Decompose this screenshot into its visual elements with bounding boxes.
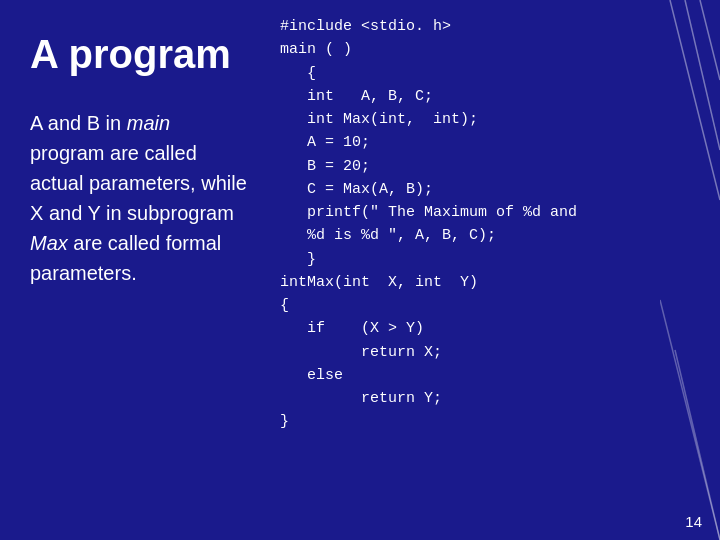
left-panel: A program A and B in main program are ca…	[0, 0, 270, 540]
right-panel: #include <stdio. h> main ( ) { int A, B,…	[270, 0, 720, 540]
slide-body: A and B in main program are called actua…	[30, 108, 250, 288]
code-block: #include <stdio. h> main ( ) { int A, B,…	[280, 15, 700, 434]
slide-title: A program	[30, 30, 250, 78]
page-number: 14	[685, 513, 702, 530]
slide: A program A and B in main program are ca…	[0, 0, 720, 540]
